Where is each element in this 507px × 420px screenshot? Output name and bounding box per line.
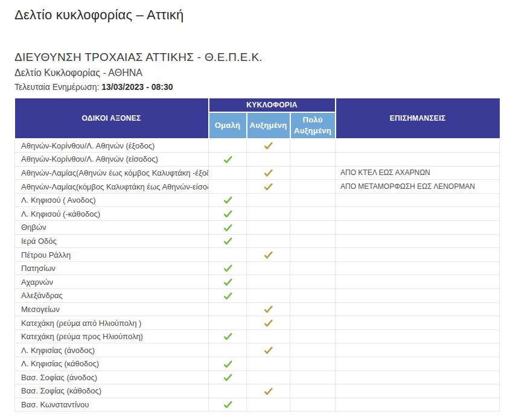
remark-cell xyxy=(336,221,500,235)
table-row: Αθηνών-Κορίνθου/Λ. Αθηνών (είσοδος) xyxy=(15,153,500,167)
table-row: Λ. Κηφισού (-κάθοδος) xyxy=(15,207,500,221)
remark-cell xyxy=(336,139,500,153)
traffic-level-cell-normal xyxy=(209,221,247,235)
remark-cell xyxy=(336,316,500,330)
traffic-level-cell-increased xyxy=(247,289,290,303)
increased-check-icon xyxy=(264,182,273,191)
remark-cell: ΑΠΟ ΜΕΤΑΜΟΡΦΩΣΗ ΕΩΣ ΛΕΝΟΡΜΑΝ xyxy=(336,180,500,194)
traffic-level-cell-normal xyxy=(209,357,247,371)
road-axis-name: Βασ. Κωνσταντίνου xyxy=(15,398,209,412)
remark-cell xyxy=(336,207,500,221)
remark-cell xyxy=(336,302,500,316)
increased-check-icon xyxy=(264,250,273,259)
traffic-level-cell-increased xyxy=(247,384,290,398)
table-row: Λ. Κηφισού ( Ανοδος) xyxy=(15,193,500,207)
road-axis-name: Αθηνών-Λαμίας(κόμβος Καλυφτάκη έως Αθηνώ… xyxy=(15,180,209,194)
traffic-level-cell-very-increased xyxy=(290,384,336,398)
table-row: Κατεχάκη (ρεύμα προς Ηλιούπολη) xyxy=(15,329,500,343)
table-row: Ιερά Οδός xyxy=(15,234,500,248)
column-header-road-axes: ΟΔΙΚΟΙ ΑΞΟΝΕΣ xyxy=(15,98,209,139)
page-title: Δελτίο κυκλοφορίας – Αττική xyxy=(14,5,499,23)
remark-cell xyxy=(336,398,500,412)
road-axis-name: Αχαρνών xyxy=(15,275,209,289)
table-row: Αθηνών-Κορίνθου/Λ. Αθηνών (έξοδος) xyxy=(15,139,500,153)
increased-check-icon xyxy=(264,387,273,396)
traffic-level-cell-very-increased xyxy=(290,289,336,303)
column-header-traffic-group: ΚΥΚΛΟΦΟΡΙΑ xyxy=(209,98,336,112)
increased-check-icon xyxy=(264,346,273,355)
traffic-bulletin-page: Δελτίο κυκλοφορίας – Αττική ΔΙΕΥΘΥΝΣΗ ΤΡ… xyxy=(0,0,507,412)
traffic-level-cell-very-increased xyxy=(290,193,336,207)
traffic-level-cell-very-increased xyxy=(290,343,336,357)
traffic-level-cell-normal xyxy=(209,261,247,275)
remark-cell xyxy=(336,289,500,303)
traffic-level-cell-very-increased xyxy=(290,357,336,371)
traffic-level-cell-normal xyxy=(209,248,247,262)
traffic-level-cell-increased xyxy=(247,357,290,371)
last-update-label: Τελευταία Ενημέρωση: xyxy=(14,82,99,92)
road-axis-name: Μεσογείων xyxy=(15,302,209,316)
traffic-level-cell-increased xyxy=(247,329,290,343)
traffic-level-cell-increased xyxy=(247,234,290,248)
traffic-level-cell-very-increased xyxy=(290,248,336,262)
traffic-level-cell-very-increased xyxy=(290,302,336,316)
increased-check-icon xyxy=(264,142,273,151)
traffic-level-cell-very-increased xyxy=(290,371,336,384)
traffic-level-cell-normal xyxy=(209,139,247,153)
traffic-level-cell-very-increased xyxy=(290,153,336,167)
traffic-level-cell-increased xyxy=(247,180,290,194)
normal-check-icon xyxy=(223,401,232,410)
remark-cell: ΑΠΟ ΚΤΕΛ ΕΩΣ ΑΧΑΡΝΩΝ xyxy=(336,166,500,180)
traffic-level-cell-normal xyxy=(209,193,247,207)
traffic-level-cell-increased xyxy=(247,248,290,262)
remark-cell xyxy=(336,193,500,207)
table-row: Λ. Κηφισίας (άνοδος) xyxy=(15,343,500,357)
increased-check-icon xyxy=(264,319,273,328)
traffic-level-cell-very-increased xyxy=(290,261,336,275)
traffic-level-cell-very-increased xyxy=(290,221,336,235)
remark-cell xyxy=(336,153,500,167)
normal-check-icon xyxy=(223,155,232,164)
road-axis-name: Θηβών xyxy=(15,221,209,235)
last-update-line: Τελευταία Ενημέρωση: 13/03/2023 - 08:30 xyxy=(14,82,499,92)
traffic-level-cell-normal xyxy=(209,166,247,180)
traffic-level-cell-increased xyxy=(247,275,290,289)
normal-check-icon xyxy=(223,196,232,205)
column-header-level-very-increased: Πολύ Αυξημένη xyxy=(290,112,336,139)
road-axis-name: Λ. Κηφισίας (κάθοδος) xyxy=(15,357,209,371)
traffic-level-cell-very-increased xyxy=(290,275,336,289)
increased-check-icon xyxy=(264,169,273,178)
road-axis-name: Βασ. Σοφίας (άνοδος) xyxy=(15,371,209,384)
traffic-level-cell-increased xyxy=(247,261,290,275)
traffic-level-cell-increased xyxy=(247,193,290,207)
table-row: Πέτρου Ράλλη xyxy=(15,248,500,262)
traffic-level-cell-increased xyxy=(247,207,290,221)
traffic-level-cell-very-increased xyxy=(290,166,336,180)
traffic-level-cell-increased xyxy=(247,221,290,235)
normal-check-icon xyxy=(223,360,232,369)
road-axis-name: Πέτρου Ράλλη xyxy=(15,248,209,262)
road-axis-name: Αθηνών-Κορίνθου/Λ. Αθηνών (έξοδος) xyxy=(15,139,209,153)
remark-cell xyxy=(336,234,500,248)
normal-check-icon xyxy=(223,264,232,273)
road-axis-name: Λ. Κηφισίας (άνοδος) xyxy=(15,343,209,357)
remark-cell xyxy=(336,371,500,384)
last-update-value: 13/03/2023 - 08:30 xyxy=(101,82,173,92)
bulletin-header: ΔΙΕΥΘΥΝΣΗ ΤΡΟΧΑΙΑΣ ΑΤΤΙΚΗΣ - Θ.Ε.Π.Ε.Κ. … xyxy=(14,51,499,92)
table-row: Πατησίων xyxy=(15,261,500,275)
column-header-remarks: ΕΠΙΣΗΜΑΝΣΕΙΣ xyxy=(336,98,500,139)
traffic-level-cell-very-increased xyxy=(290,180,336,194)
normal-check-icon xyxy=(223,237,232,246)
traffic-level-cell-normal xyxy=(209,384,247,398)
table-row: Αχαρνών xyxy=(15,275,500,289)
traffic-level-cell-very-increased xyxy=(290,398,336,412)
road-axis-name: Κατεχάκη (ρεύμα προς Ηλιούπολη) xyxy=(15,329,209,343)
road-axis-name: Αθηνών-Λαμίας(Αθηνών έως κόμβος Καλυφτάκ… xyxy=(15,166,209,180)
traffic-level-cell-increased xyxy=(247,302,290,316)
traffic-level-cell-very-increased xyxy=(290,329,336,343)
bulletin-subheading: Δελτίο Κυκλοφορίας - ΑΘΗΝΑ xyxy=(14,68,499,78)
remark-cell xyxy=(336,329,500,343)
normal-check-icon xyxy=(223,291,232,301)
traffic-level-cell-normal xyxy=(209,302,247,316)
traffic-table-header: ΟΔΙΚΟΙ ΑΞΟΝΕΣ ΚΥΚΛΟΦΟΡΙΑ ΕΠΙΣΗΜΑΝΣΕΙΣ Ομ… xyxy=(15,98,500,139)
